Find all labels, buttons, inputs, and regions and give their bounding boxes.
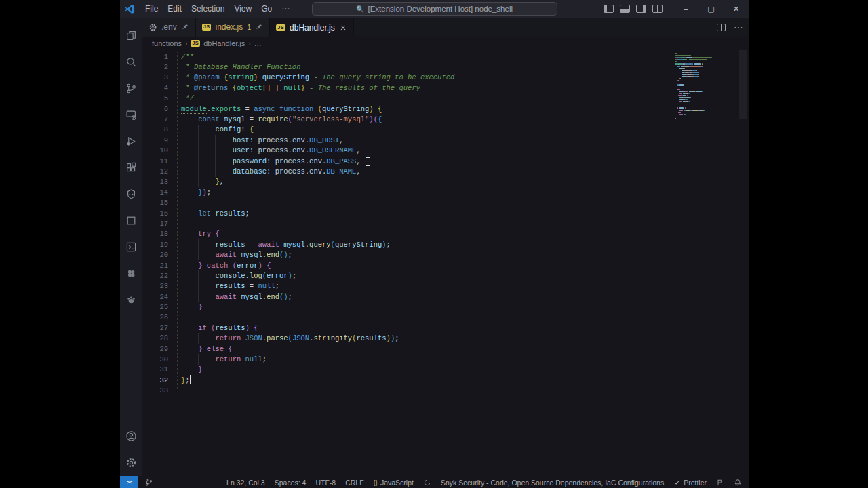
maximize-button[interactable]: ▢ — [698, 0, 724, 18]
pin-icon[interactable] — [255, 23, 263, 31]
code-line-26[interactable]: 26 — [142, 312, 749, 323]
close-tab-icon[interactable] — [339, 24, 347, 32]
code-line-23[interactable]: 23 results = null; — [142, 281, 749, 291]
line-number: 21 — [142, 262, 172, 270]
menu-bar: FileEditSelectionViewGo⋯ — [140, 1, 294, 16]
menu-item-selection[interactable]: Selection — [186, 1, 229, 16]
code-line-14[interactable]: 14 }); — [142, 187, 749, 197]
code-line-21[interactable]: 21 } catch (error) { — [142, 260, 749, 270]
snyk-status[interactable]: Snyk Security - Code, Open Source Depend… — [441, 479, 664, 487]
activitybar-terminal-box-icon[interactable] — [120, 234, 142, 260]
minimap[interactable] — [675, 53, 717, 122]
activitybar-search-icon[interactable] — [120, 49, 142, 75]
code-line-30[interactable]: 30 return null; — [142, 354, 749, 364]
notifications[interactable] — [734, 479, 742, 487]
activitybar-account-icon[interactable] — [120, 423, 142, 449]
code-line-19[interactable]: 19 results = await mysql.query(queryStri… — [142, 239, 749, 249]
eol[interactable]: CRLF — [345, 479, 363, 487]
menu-item-edit[interactable]: Edit — [163, 1, 186, 16]
menu-item-more[interactable]: ⋯ — [277, 1, 294, 16]
activitybar-flower-icon[interactable] — [120, 260, 142, 287]
activitybar-snyk-icon[interactable] — [120, 181, 142, 207]
code-line-17[interactable]: 17 — [142, 218, 749, 228]
code-line-13[interactable]: 13 }, — [142, 177, 749, 187]
code-line-15[interactable]: 15 — [142, 197, 749, 207]
status-bar: >< Ln 32, Col 3Spaces: 4UTF-8CRLF{}JavaS… — [120, 476, 749, 488]
code-line-2[interactable]: 2 * Database Handler Function — [142, 62, 749, 72]
line-number: 5 — [142, 94, 172, 102]
code-line-24[interactable]: 24 await mysql.end(); — [142, 291, 749, 302]
code-line-12[interactable]: 12 database: process.env.DB_NAME, — [142, 166, 749, 176]
remote-indicator[interactable]: >< — [120, 476, 138, 488]
minimap-line — [675, 105, 717, 106]
prettier-status[interactable]: Prettier — [673, 479, 707, 487]
menu-item-view[interactable]: View — [229, 1, 256, 16]
more-actions-icon[interactable]: ⋯ — [734, 22, 743, 33]
activitybar-square-outline-icon[interactable] — [120, 207, 142, 234]
activitybar-extensions-icon[interactable] — [120, 155, 142, 181]
breadcrumb-item-0[interactable]: functions — [152, 39, 182, 47]
command-center-search[interactable]: 🔍 [Extension Development Host] node_shel… — [312, 2, 557, 16]
code-line-7[interactable]: 7 const mysql = require("serverless-mysq… — [142, 114, 749, 124]
code-line-18[interactable]: 18 try { — [142, 229, 749, 239]
indentation[interactable]: Spaces: 4 — [275, 479, 307, 487]
code-line-10[interactable]: 10 user: process.env.DB_USERNAME, — [142, 146, 749, 156]
breadcrumb-item-1[interactable]: JSdbHandler.js — [191, 39, 245, 47]
tab-dbHandler-js[interactable]: JSdbHandler.js — [270, 18, 354, 37]
code-line-6[interactable]: 6module.exports = async function (queryS… — [142, 104, 749, 114]
minimize-button[interactable]: – — [673, 0, 698, 18]
code-line-9[interactable]: 9 host: process.env.DB_HOST, — [142, 135, 749, 145]
line-number: 15 — [142, 199, 172, 207]
pin-icon[interactable] — [181, 23, 189, 31]
sidebar-left-icon[interactable] — [604, 5, 614, 13]
menu-item-file[interactable]: File — [140, 1, 163, 16]
code-text: config: { — [172, 125, 254, 134]
sidebar-right-icon[interactable] — [636, 5, 646, 13]
braces-icon: {} — [374, 479, 378, 486]
activitybar-source-control-icon[interactable] — [120, 75, 142, 102]
sync-spinner[interactable] — [423, 479, 431, 487]
close-button[interactable]: ✕ — [724, 0, 749, 18]
feedback[interactable] — [716, 479, 724, 487]
activitybar-settings-gear-icon[interactable] — [120, 449, 142, 476]
layout-icon[interactable] — [652, 5, 663, 13]
cursor-position[interactable]: Ln 32, Col 3 — [226, 479, 265, 487]
code-line-4[interactable]: 4 * @returns {object[] | null} - The res… — [142, 83, 749, 93]
statusbar-right: Ln 32, Col 3Spaces: 4UTF-8CRLF{}JavaScri… — [226, 479, 749, 487]
line-number: 2 — [142, 63, 172, 71]
menu-item-go[interactable]: Go — [256, 1, 277, 16]
code-editor[interactable]: 1/**2 * Database Handler Function3 * @pa… — [142, 50, 749, 476]
code-line-28[interactable]: 28 return JSON.parse(JSON.stringify(resu… — [142, 333, 749, 344]
code-line-22[interactable]: 22 console.log(error); — [142, 270, 749, 281]
code-line-29[interactable]: 29 } else { — [142, 344, 749, 354]
git-branch[interactable] — [144, 478, 153, 487]
activitybar-run-debug-icon[interactable] — [120, 128, 142, 155]
code-line-31[interactable]: 31 } — [142, 365, 749, 375]
encoding[interactable]: UTF-8 — [315, 479, 336, 487]
minimap-line — [675, 110, 717, 111]
code-line-33[interactable]: 33 — [142, 386, 749, 396]
code-line-27[interactable]: 27 if (results) { — [142, 323, 749, 333]
code-line-1[interactable]: 1/** — [142, 52, 749, 62]
panel-icon[interactable] — [620, 5, 630, 13]
code-line-5[interactable]: 5 */ — [142, 94, 749, 104]
code-line-3[interactable]: 3 * @param {string} queryString - The qu… — [142, 73, 749, 83]
tab-index-js[interactable]: JSindex.js1 — [196, 18, 271, 37]
minimap-line — [675, 93, 717, 94]
language-mode[interactable]: {}JavaScript — [374, 479, 414, 487]
code-line-8[interactable]: 8 config: { — [142, 125, 749, 135]
activitybar-files-icon[interactable] — [120, 22, 142, 49]
activitybar-paw-icon[interactable] — [120, 287, 142, 313]
minimap-slider[interactable] — [739, 50, 747, 119]
code-line-25[interactable]: 25 } — [142, 302, 749, 312]
breadcrumb-item-2[interactable]: … — [254, 39, 262, 47]
tab--env[interactable]: .env — [142, 18, 196, 37]
code-line-32[interactable]: 32}; — [142, 375, 749, 385]
code-line-16[interactable]: 16 let results; — [142, 208, 749, 218]
activitybar-remote-explorer-icon[interactable] — [120, 102, 142, 128]
code-line-20[interactable]: 20 await mysql.end(); — [142, 249, 749, 260]
main-area: .envJSindex.js1JSdbHandler.js⋯ functions… — [120, 18, 749, 476]
code-line-11[interactable]: 11 password: process.env.DB_PASS, — [142, 156, 749, 166]
statusbar-left: >< — [120, 476, 153, 488]
split-editor-icon[interactable] — [717, 24, 726, 31]
